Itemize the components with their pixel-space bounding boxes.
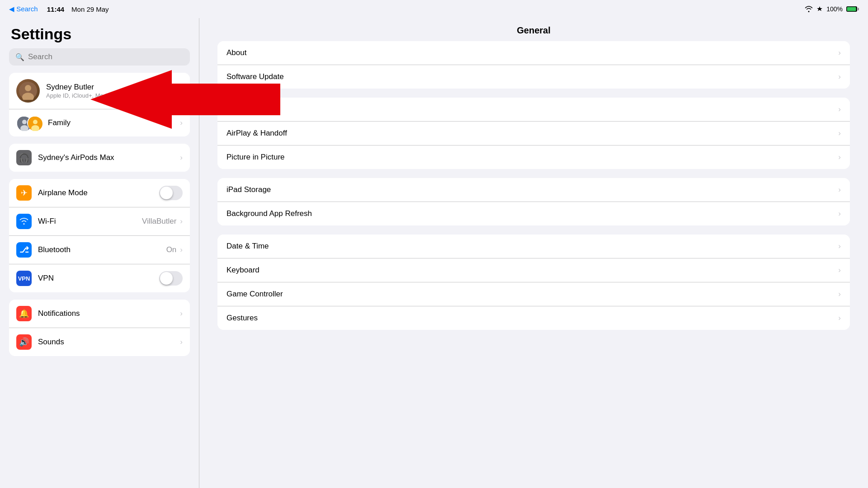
user-subtitle: Apple ID, iCloud+, Media & Purchases [46,92,180,99]
airpods-icon: 🎧 [16,150,32,165]
airplane-mode-text: Airplane Mode [38,188,159,197]
wifi-text: Wi-Fi [38,217,142,226]
status-right: 100% [805,5,859,13]
settings-group-3: iPad Storage › Background App Refresh › [217,178,850,225]
picture-in-picture-row[interactable]: Picture in Picture › [217,145,850,169]
user-profile-item[interactable]: Sydney Butler Apple ID, iCloud+, Media &… [9,73,190,109]
vpn-text: VPN [38,274,159,283]
airdrop-row[interactable]: AirDrop › [217,98,850,122]
chevron-icon: › [838,242,841,251]
vpn-label: VPN [38,274,159,283]
wifi-value: VillaButler [142,217,176,226]
search-icon: 🔍 [15,53,24,61]
date-time-label: Date & Time [226,242,269,251]
bluetooth-value: On [166,245,177,254]
user-profile-text: Sydney Butler Apple ID, iCloud+, Media &… [46,83,180,99]
svg-point-8 [22,120,27,124]
airplane-mode-item[interactable]: ✈ Airplane Mode [9,179,190,207]
vpn-toggle[interactable] [159,271,183,286]
avatar [16,79,40,103]
bluetooth-icon: ⎇ [16,242,32,258]
airplane-mode-label: Airplane Mode [38,188,159,197]
gestures-row[interactable]: Gestures › [217,306,850,330]
software-update-row[interactable]: Software Update › [217,65,850,89]
status-left: ◀ Search 11:44 Mon 29 May [9,5,109,13]
ipad-storage-row[interactable]: iPad Storage › [217,178,850,202]
chevron-icon: › [838,290,841,299]
settings-group-2: AirDrop › AirPlay & Handoff › Picture in… [217,98,850,169]
svg-rect-3 [858,8,859,10]
status-time: 11:44 [47,5,64,13]
bluetooth-item[interactable]: ⎇ Bluetooth On › [9,236,190,264]
date-time-row[interactable]: Date & Time › [217,235,850,258]
notifications-item[interactable]: 🔔 Notifications › [9,300,190,328]
chevron-icon: › [180,217,183,226]
status-date: Mon 29 May [71,5,109,13]
chevron-icon: › [180,245,183,254]
sidebar-title: Settings [9,18,190,48]
chevron-icon: › [838,314,841,323]
chevron-icon: › [838,153,841,162]
chevron-icon: › [838,129,841,138]
background-app-refresh-label: Background App Refresh [226,209,312,218]
chevron-icon: › [180,309,183,318]
airpods-label: Sydney's AirPods Max [38,153,180,162]
chevron-icon: › [180,338,183,347]
right-header: General [199,18,868,41]
bluetooth-label: Bluetooth [38,245,166,254]
airplane-mode-icon: ✈ [16,185,32,201]
family-avatar-2 [27,116,42,130]
chevron-icon: › [838,48,841,57]
airdrop-label: AirDrop [226,105,253,114]
chevron-icon: › [838,209,841,218]
chevron-icon: › [838,105,841,114]
sidebar: Settings 🔍 Sydney Butler Apple ID, [0,18,199,488]
settings-group-1: About › Software Update › [217,41,850,89]
airpods-group: 🎧 Sydney's AirPods Max › [9,144,190,172]
airpods-item[interactable]: 🎧 Sydney's AirPods Max › [9,144,190,172]
wifi-setting-icon [16,214,32,229]
right-content: About › Software Update › AirDrop › AirP… [199,41,868,488]
chevron-icon: › [838,266,841,275]
airplay-handoff-row[interactable]: AirPlay & Handoff › [217,122,850,145]
notifications-text: Notifications [38,309,180,318]
sounds-text: Sounds [38,338,180,347]
right-panel-title: General [517,25,550,35]
chevron-icon: › [180,118,183,127]
location-icon [816,6,823,12]
vpn-item[interactable]: VPN VPN [9,264,190,292]
game-controller-row[interactable]: Game Controller › [217,282,850,306]
user-name: Sydney Butler [46,83,180,92]
notifications-group: 🔔 Notifications › 🔊 Sounds › [9,300,190,356]
keyboard-row[interactable]: Keyboard › [217,258,850,282]
back-button[interactable]: ◀ Search [9,5,38,13]
sounds-item[interactable]: 🔊 Sounds › [9,328,190,356]
game-controller-label: Game Controller [226,290,283,299]
sounds-icon: 🔊 [16,334,32,350]
about-label: About [226,48,246,57]
gestures-label: Gestures [226,314,258,323]
chevron-icon: › [838,185,841,194]
family-item[interactable]: Family › [9,109,190,136]
search-input[interactable] [28,52,184,61]
svg-point-11 [33,120,38,124]
about-row[interactable]: About › [217,41,850,65]
airplane-mode-toggle[interactable] [159,186,183,200]
wifi-item[interactable]: Wi-Fi VillaButler › [9,207,190,236]
keyboard-label: Keyboard [226,266,259,275]
battery-percent: 100% [826,5,843,13]
user-profile-group: Sydney Butler Apple ID, iCloud+, Media &… [9,73,190,136]
background-app-refresh-row[interactable]: Background App Refresh › [217,202,850,225]
network-group: ✈ Airplane Mode [9,179,190,292]
toggle-knob [160,272,173,285]
svg-rect-2 [847,7,856,11]
notifications-label: Notifications [38,309,180,318]
software-update-label: Software Update [226,72,284,81]
wifi-label: Wi-Fi [38,217,142,226]
family-text: Family [48,118,180,127]
status-bar: ◀ Search 11:44 Mon 29 May 100% [0,0,868,18]
family-label: Family [48,118,180,127]
search-bar[interactable]: 🔍 [9,48,190,66]
chevron-icon: › [838,72,841,81]
chevron-icon: › [180,153,183,162]
